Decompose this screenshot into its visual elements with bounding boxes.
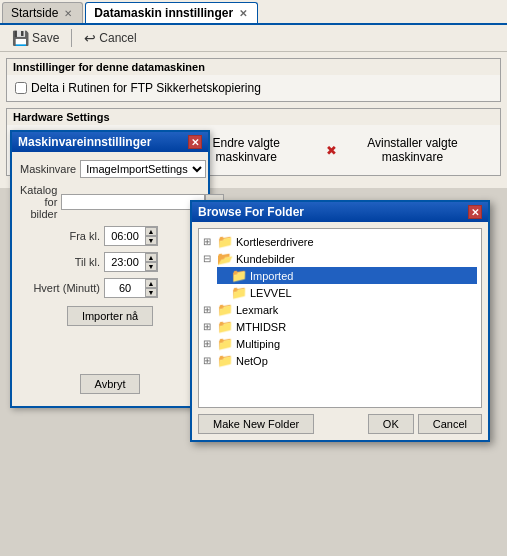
toggle-imported — [217, 270, 231, 281]
tab-bar: Startside ✕ Datamaskin innstillinger ✕ — [0, 0, 507, 25]
hvert-value[interactable] — [105, 281, 145, 295]
tab-datamaskin[interactable]: Datamaskin innstillinger ✕ — [85, 2, 258, 23]
tab-startside[interactable]: Startside ✕ — [2, 2, 83, 23]
tab-startside-close[interactable]: ✕ — [62, 8, 74, 19]
browse-close-button[interactable]: ✕ — [468, 205, 482, 219]
ftp-label: Delta i Rutinen for FTP Sikkerhetskopier… — [31, 81, 261, 95]
tree-item-imported[interactable]: 📁 Imported — [217, 267, 477, 284]
hardware-settings-title: Hardware Settings — [7, 109, 500, 125]
browse-dialog: Browse For Folder ✕ ⊞ 📁 Kortleserdrivere… — [190, 200, 490, 442]
fra-spin-down[interactable]: ▼ — [145, 236, 157, 245]
til-spin-down[interactable]: ▼ — [145, 262, 157, 271]
icon-multiping: 📁 — [217, 336, 233, 351]
icon-imported: 📁 — [231, 268, 247, 283]
til-spin-up[interactable]: ▲ — [145, 253, 157, 262]
maskinvare-select[interactable]: ImageImportSettings — [80, 160, 206, 178]
save-icon: 💾 — [12, 30, 29, 46]
ftp-checkbox[interactable] — [15, 82, 27, 94]
cancel-button[interactable]: ↩ Cancel — [78, 28, 142, 48]
hvert-row: Hvert (Minutt) ▲ ▼ — [20, 278, 200, 298]
make-new-folder-button[interactable]: Make New Folder — [198, 414, 314, 434]
fra-spinner: ▲ ▼ — [145, 227, 157, 245]
icon-lexmark: 📁 — [217, 302, 233, 317]
icon-netop: 📁 — [217, 353, 233, 368]
toggle-multiping[interactable]: ⊞ — [203, 338, 217, 349]
browse-action-buttons: OK Cancel — [368, 414, 482, 434]
maskinvare-label: Maskinvare — [20, 163, 76, 175]
maskinvare-title: Maskinvareinnstillinger — [18, 135, 151, 149]
cancel-label: Cancel — [99, 31, 136, 45]
fra-time-input: ▲ ▼ — [104, 226, 158, 246]
til-row: Til kl. ▲ ▼ — [20, 252, 200, 272]
toggle-kortleserdrivere[interactable]: ⊞ — [203, 236, 217, 247]
fra-row: Fra kl. ▲ ▼ — [20, 226, 200, 246]
fra-value[interactable] — [105, 229, 145, 243]
hvert-spin-up[interactable]: ▲ — [145, 279, 157, 288]
label-netop: NetOp — [236, 355, 268, 367]
label-imported: Imported — [250, 270, 293, 282]
tree-item-netop[interactable]: ⊞ 📁 NetOp — [203, 352, 477, 369]
maskinvare-row: Maskinvare ImageImportSettings — [20, 160, 200, 178]
tree-item-kundebilder[interactable]: ⊟ 📂 Kundebilder — [203, 250, 477, 267]
machine-settings-section: Innstillinger for denne datamaskinen Del… — [6, 58, 501, 102]
hvert-input: ▲ ▼ — [104, 278, 158, 298]
browse-footer: Make New Folder OK Cancel — [198, 414, 482, 434]
browse-title: Browse For Folder — [198, 205, 304, 219]
icon-kundebilder: 📂 — [217, 251, 233, 266]
tree-item-kortleserdrivere[interactable]: ⊞ 📁 Kortleserdrivere — [203, 233, 477, 250]
label-kundebilder: Kundebilder — [236, 253, 295, 265]
main-toolbar: 💾 Save ↩ Cancel — [0, 25, 507, 52]
label-mthidsr: MTHIDSR — [236, 321, 286, 333]
maskinvare-body: Maskinvare ImageImportSettings Katalog f… — [12, 152, 208, 406]
maskinvare-cancel-button[interactable]: Avbryt — [80, 374, 141, 394]
til-value[interactable] — [105, 255, 145, 269]
label-levvel: LEVVEL — [250, 287, 292, 299]
save-button[interactable]: 💾 Save — [6, 28, 65, 48]
toggle-kundebilder[interactable]: ⊟ — [203, 253, 217, 264]
tree-item-lexmark[interactable]: ⊞ 📁 Lexmark — [203, 301, 477, 318]
til-label: Til kl. — [20, 256, 100, 268]
label-lexmark: Lexmark — [236, 304, 278, 316]
folder-tree-wrapper: ⊞ 📁 Kortleserdrivere ⊟ 📂 Kundebilder 📁 I… — [198, 228, 482, 408]
machine-settings-title: Innstillinger for denne datamaskinen — [7, 59, 500, 75]
import-now-button[interactable]: Importer nå — [67, 306, 153, 326]
maskinvare-title-bar: Maskinvareinnstillinger ✕ — [12, 132, 208, 152]
tab-datamaskin-label: Datamaskin innstillinger — [94, 6, 233, 20]
icon-mthidsr: 📁 — [217, 319, 233, 334]
browse-title-bar: Browse For Folder ✕ — [192, 202, 488, 222]
katalog-input[interactable] — [61, 194, 205, 210]
tree-item-multiping[interactable]: ⊞ 📁 Multiping — [203, 335, 477, 352]
uninstall-label: Avinstaller valgte maskinvare — [340, 136, 485, 164]
label-multiping: Multiping — [236, 338, 280, 350]
katalog-row: Katalog for bilder ... — [20, 184, 200, 220]
uninstall-hardware-button[interactable]: ✖ Avinstaller valgte maskinvare — [319, 133, 492, 167]
hvert-label: Hvert (Minutt) — [20, 282, 100, 294]
toggle-levvel — [217, 287, 231, 298]
machine-settings-body: Delta i Rutinen for FTP Sikkerhetskopier… — [7, 75, 500, 101]
hvert-spinner: ▲ ▼ — [145, 279, 157, 297]
maskinvare-dialog: Maskinvareinnstillinger ✕ Maskinvare Ima… — [10, 130, 210, 408]
fra-spin-up[interactable]: ▲ — [145, 227, 157, 236]
folder-tree[interactable]: ⊞ 📁 Kortleserdrivere ⊟ 📂 Kundebilder 📁 I… — [199, 229, 481, 407]
browse-body: ⊞ 📁 Kortleserdrivere ⊟ 📂 Kundebilder 📁 I… — [192, 222, 488, 440]
browse-cancel-button[interactable]: Cancel — [418, 414, 482, 434]
save-label: Save — [32, 31, 59, 45]
icon-kortleserdrivere: 📁 — [217, 234, 233, 249]
cancel-icon: ↩ — [84, 30, 96, 46]
tab-datamaskin-close[interactable]: ✕ — [237, 8, 249, 19]
tree-item-levvel[interactable]: 📁 LEVVEL — [217, 284, 477, 301]
uninstall-icon: ✖ — [326, 143, 337, 158]
toggle-mthidsr[interactable]: ⊞ — [203, 321, 217, 332]
til-spinner: ▲ ▼ — [145, 253, 157, 271]
hvert-spin-down[interactable]: ▼ — [145, 288, 157, 297]
ftp-checkbox-row: Delta i Rutinen for FTP Sikkerhetskopier… — [15, 81, 492, 95]
browse-ok-button[interactable]: OK — [368, 414, 414, 434]
tab-startside-label: Startside — [11, 6, 58, 20]
toggle-lexmark[interactable]: ⊞ — [203, 304, 217, 315]
maskinvare-close-button[interactable]: ✕ — [188, 135, 202, 149]
icon-levvel: 📁 — [231, 285, 247, 300]
toggle-netop[interactable]: ⊞ — [203, 355, 217, 366]
katalog-label: Katalog for bilder — [20, 184, 57, 220]
tree-item-mthidsr[interactable]: ⊞ 📁 MTHIDSR — [203, 318, 477, 335]
til-time-input: ▲ ▼ — [104, 252, 158, 272]
